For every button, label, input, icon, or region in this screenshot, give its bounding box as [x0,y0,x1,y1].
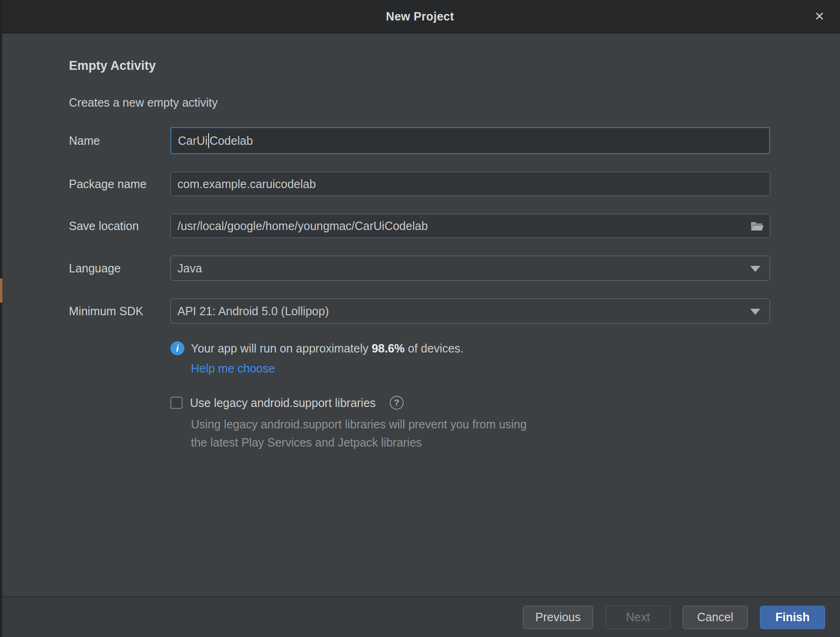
next-button: Next [605,606,671,629]
legacy-description: Using legacy android.support libraries w… [191,415,840,452]
language-row: Language Java [69,256,840,281]
info-icon: i [170,341,184,355]
info-icon-glyph: i [176,343,179,354]
legacy-description-line1: Using legacy android.support libraries w… [191,415,840,434]
close-button[interactable]: ✕ [810,7,829,26]
package-input[interactable]: com.example.caruicodelab [170,172,770,196]
page-subtitle: Creates a new empty activity [69,95,840,109]
min-sdk-value: API 21: Android 5.0 (Lollipop) [177,305,329,318]
min-sdk-row: Minimum SDK API 21: Android 5.0 (Lollipo… [69,298,840,324]
save-location-value: /usr/local/google/home/youngmac/CarUiCod… [177,219,428,233]
save-location-input[interactable]: /usr/local/google/home/youngmac/CarUiCod… [170,214,770,238]
previous-button[interactable]: Previous [523,606,593,629]
legacy-checkbox[interactable] [170,397,183,409]
package-value: com.example.caruicodelab [177,177,316,191]
language-dropdown[interactable]: Java [170,256,770,281]
chevron-down-icon [750,266,760,272]
new-project-dialog: New Project ✕ Empty Activity Creates a n… [0,0,840,637]
package-row: Package name com.example.caruicodelab [69,172,840,196]
save-location-label: Save location [69,219,170,233]
folder-icon [750,220,764,231]
name-value-after-caret: Codelab [210,134,253,148]
sdk-info-text-after: of devices. [405,342,463,355]
sdk-info-percent: 98.6% [372,342,405,355]
dialog-titlebar: New Project ✕ [0,0,840,34]
text-caret [208,133,209,148]
help-me-choose-link[interactable]: Help me choose [191,362,275,375]
sdk-info-text-before: Your app will run on approximately [191,342,372,355]
chevron-down-icon [750,309,760,315]
page-title: Empty Activity [69,58,840,73]
legacy-description-line2: the latest Play Services and Jetpack lib… [191,434,840,452]
min-sdk-dropdown[interactable]: API 21: Android 5.0 (Lollipop) [170,298,770,324]
language-value: Java [177,262,202,275]
name-value-before-caret: CarUi [178,134,208,148]
dialog-title: New Project [386,10,454,23]
min-sdk-label: Minimum SDK [69,305,170,318]
save-location-row: Save location /usr/local/google/home/you… [69,214,840,238]
dialog-content: Empty Activity Creates a new empty activ… [0,33,840,596]
browse-folder-button[interactable] [750,220,764,231]
sdk-info-text: Your app will run on approximately 98.6%… [191,342,464,355]
name-row: Name CarUiCodelab [69,127,840,154]
language-label: Language [69,262,170,275]
name-input[interactable]: CarUiCodelab [170,127,770,154]
help-icon[interactable]: ? [390,396,404,410]
finish-button[interactable]: Finish [760,606,825,629]
legacy-checkbox-label: Use legacy android.support libraries [190,396,376,410]
name-label: Name [69,134,170,148]
package-label: Package name [69,177,170,191]
background-window-sliver [0,278,2,303]
cancel-button[interactable]: Cancel [683,606,748,629]
sdk-info-section: i Your app will run on approximately 98.… [170,341,840,452]
legacy-checkbox-row: Use legacy android.support libraries ? [170,396,840,410]
sdk-info-row: i Your app will run on approximately 98.… [170,341,840,355]
help-icon-glyph: ? [394,398,400,408]
project-form: Name CarUiCodelab Package name com.examp… [69,127,840,324]
dialog-footer: Previous Next Cancel Finish [0,596,840,637]
close-icon: ✕ [814,9,825,24]
window-left-edge [0,0,2,637]
